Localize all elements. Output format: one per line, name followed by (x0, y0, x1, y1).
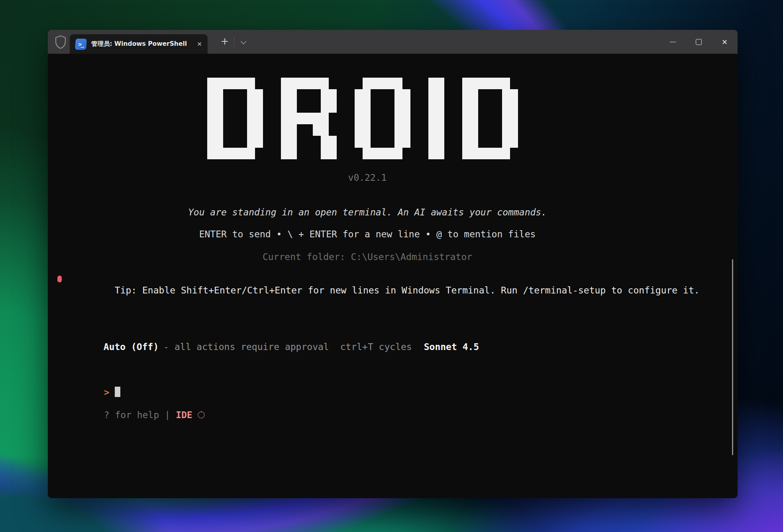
prompt-input-line[interactable]: > (48, 375, 738, 387)
titlebar-divider (234, 37, 234, 47)
powershell-icon: >_ (75, 39, 87, 50)
maximize-icon (696, 39, 702, 45)
text-cursor (115, 387, 120, 397)
chevron-down-icon (241, 39, 246, 44)
version-text: v0.22.1 (48, 172, 687, 184)
tab-dropdown-button[interactable] (239, 38, 248, 47)
status-line: Auto (Off)- all actions require approval… (48, 330, 738, 364)
prompt-symbol: > (104, 387, 110, 397)
terminal-content[interactable]: v0.22.1 You are standing in an open term… (48, 54, 738, 498)
tagline-text: You are standing in an open terminal. An… (48, 207, 687, 218)
auto-mode-label[interactable]: Auto (Off) (104, 342, 159, 352)
close-button[interactable]: ✕ (712, 30, 738, 54)
cycle-hint: ctrl+T cycles (340, 342, 412, 352)
tip-line: Tip: Enable Shift+Enter/Ctrl+Enter for n… (48, 273, 738, 308)
current-folder-text: Current folder: C:\Users\Administrator (48, 251, 687, 263)
new-tab-button[interactable]: + (219, 36, 230, 47)
admin-shield-icon (54, 35, 67, 49)
minimize-icon (670, 42, 676, 42)
droid-logo (207, 78, 738, 159)
ide-connecting-spinner-icon (198, 411, 205, 419)
help-hint: ? for help (104, 410, 159, 420)
terminal-window: >_ 管理员: Windows PowerShell ✕ + ✕ (48, 30, 738, 498)
window-controls: ✕ (660, 30, 738, 54)
minimize-button[interactable] (660, 30, 686, 54)
tab-title: 管理员: Windows PowerShell (91, 40, 194, 48)
tab-powershell[interactable]: >_ 管理员: Windows PowerShell ✕ (70, 34, 208, 54)
tab-close-icon[interactable]: ✕ (197, 41, 202, 48)
titlebar[interactable]: >_ 管理员: Windows PowerShell ✕ + ✕ (48, 30, 738, 54)
auto-mode-description: - all actions require approval (163, 342, 329, 352)
footer-separator: | (165, 410, 170, 420)
scrollbar[interactable] (732, 259, 733, 455)
key-hints-text: ENTER to send • \ + ENTER for a new line… (48, 229, 687, 240)
tip-bullet-icon (57, 276, 62, 282)
maximize-button[interactable] (686, 30, 712, 54)
desktop-wallpaper: >_ 管理员: Windows PowerShell ✕ + ✕ (0, 0, 783, 532)
footer-line: ? for help|IDE (48, 398, 738, 432)
tip-text: Tip: Enable Shift+Enter/Ctrl+Enter for n… (115, 285, 700, 295)
close-icon: ✕ (722, 38, 728, 46)
ide-status-label[interactable]: IDE (176, 410, 192, 420)
model-name[interactable]: Sonnet 4.5 (424, 342, 479, 352)
